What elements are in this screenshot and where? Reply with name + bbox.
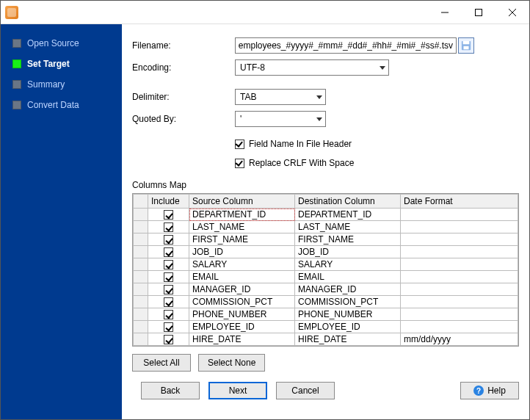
table-row[interactable]: FIRST_NAMEFIRST_NAME [134, 233, 518, 246]
col-header-date-format[interactable]: Date Format [401, 195, 518, 209]
source-column-cell[interactable]: DEPARTMENT_ID [189, 209, 295, 221]
include-cell[interactable] [148, 308, 189, 321]
date-format-cell[interactable] [401, 209, 518, 221]
browse-button[interactable] [458, 37, 474, 54]
table-row[interactable]: HIRE_DATEHIRE_DATEmm/dd/yyyy [134, 333, 518, 346]
source-column-cell[interactable]: LAST_NAME [189, 221, 295, 233]
include-cell[interactable] [148, 233, 189, 246]
source-column-cell[interactable]: JOB_ID [189, 246, 295, 258]
include-checkbox[interactable] [164, 260, 173, 269]
destination-column-cell[interactable]: LAST_NAME [295, 221, 401, 233]
include-checkbox[interactable] [164, 235, 173, 245]
sidebar-item-open-source[interactable]: Open Source [1, 33, 122, 54]
row-header[interactable] [134, 321, 148, 333]
destination-column-cell[interactable]: PHONE_NUMBER [295, 308, 401, 321]
source-column-cell[interactable]: MANAGER_ID [189, 283, 295, 296]
date-format-cell[interactable] [401, 283, 518, 296]
encoding-select[interactable]: UTF-8 [235, 59, 389, 76]
date-format-cell[interactable] [401, 271, 518, 283]
include-checkbox[interactable] [164, 285, 173, 294]
include-cell[interactable] [148, 271, 189, 283]
row-header[interactable] [134, 296, 148, 308]
include-checkbox[interactable] [164, 210, 173, 220]
include-cell[interactable] [148, 321, 189, 333]
sidebar-item-set-target[interactable]: Set Target [1, 54, 122, 74]
table-row[interactable]: SALARYSALARY [134, 258, 518, 271]
row-header[interactable] [134, 333, 148, 346]
table-row[interactable]: LAST_NAMELAST_NAME [134, 221, 518, 233]
source-column-cell[interactable]: EMPLOYEE_ID [189, 321, 295, 333]
date-format-cell[interactable]: mm/dd/yyyy [401, 333, 518, 346]
destination-column-cell[interactable]: EMPLOYEE_ID [295, 321, 401, 333]
row-header[interactable] [134, 258, 148, 271]
source-column-cell[interactable]: FIRST_NAME [189, 233, 295, 246]
include-cell[interactable] [148, 333, 189, 346]
include-checkbox[interactable] [164, 272, 173, 282]
row-header[interactable] [134, 308, 148, 321]
include-checkbox[interactable] [164, 297, 173, 307]
destination-column-cell[interactable]: COMMISSION_PCT [295, 296, 401, 308]
date-format-cell[interactable] [401, 296, 518, 308]
filename-input[interactable] [235, 37, 457, 54]
delimiter-select[interactable]: TAB [235, 89, 326, 105]
include-cell[interactable] [148, 296, 189, 308]
row-header[interactable] [134, 271, 148, 283]
close-button[interactable] [495, 1, 529, 23]
table-row[interactable]: JOB_IDJOB_ID [134, 246, 518, 258]
date-format-cell[interactable] [401, 321, 518, 333]
include-checkbox[interactable] [164, 335, 173, 344]
back-button[interactable]: Back [141, 382, 200, 399]
include-checkbox[interactable] [164, 310, 173, 319]
sidebar-item-convert-data[interactable]: Convert Data [1, 95, 122, 115]
source-column-cell[interactable]: PHONE_NUMBER [189, 308, 295, 321]
col-header-include[interactable]: Include [148, 195, 189, 209]
date-format-cell[interactable] [401, 221, 518, 233]
row-header[interactable] [134, 233, 148, 246]
table-row[interactable]: EMAILEMAIL [134, 271, 518, 283]
select-none-button[interactable]: Select None [198, 354, 265, 372]
include-cell[interactable] [148, 258, 189, 271]
select-all-button[interactable]: Select All [132, 354, 191, 372]
destination-column-cell[interactable]: SALARY [295, 258, 401, 271]
col-header-source[interactable]: Source Column [189, 195, 295, 209]
destination-column-cell[interactable]: HIRE_DATE [295, 333, 401, 346]
table-row[interactable]: MANAGER_IDMANAGER_ID [134, 283, 518, 296]
include-cell[interactable] [148, 209, 189, 221]
table-row[interactable]: DEPARTMENT_IDDEPARTMENT_ID [134, 209, 518, 221]
include-checkbox[interactable] [164, 322, 173, 332]
next-button[interactable]: Next [208, 382, 267, 399]
source-column-cell[interactable]: HIRE_DATE [189, 333, 295, 346]
date-format-cell[interactable] [401, 308, 518, 321]
row-header[interactable] [134, 283, 148, 296]
row-header[interactable] [134, 246, 148, 258]
col-header-destination[interactable]: Destination Column [295, 195, 401, 209]
maximize-button[interactable] [462, 1, 495, 23]
quoted-by-select[interactable]: ' [235, 111, 326, 127]
source-column-cell[interactable]: SALARY [189, 258, 295, 271]
destination-column-cell[interactable]: MANAGER_ID [295, 283, 401, 296]
field-name-header-checkbox[interactable] [235, 140, 244, 149]
sidebar-item-summary[interactable]: Summary [1, 74, 122, 95]
include-cell[interactable] [148, 283, 189, 296]
destination-column-cell[interactable]: EMAIL [295, 271, 401, 283]
include-checkbox[interactable] [164, 247, 173, 257]
replace-crlf-checkbox[interactable] [235, 159, 244, 168]
table-row[interactable]: COMMISSION_PCTCOMMISSION_PCT [134, 296, 518, 308]
source-column-cell[interactable]: COMMISSION_PCT [189, 296, 295, 308]
date-format-cell[interactable] [401, 258, 518, 271]
minimize-button[interactable] [428, 1, 462, 23]
date-format-cell[interactable] [401, 233, 518, 246]
help-button[interactable]: ? Help [460, 382, 519, 399]
cancel-button[interactable]: Cancel [276, 382, 335, 399]
row-header[interactable] [134, 221, 148, 233]
include-checkbox[interactable] [164, 222, 173, 232]
table-row[interactable]: EMPLOYEE_IDEMPLOYEE_ID [134, 321, 518, 333]
source-column-cell[interactable]: EMAIL [189, 271, 295, 283]
destination-column-cell[interactable]: JOB_ID [295, 246, 401, 258]
include-cell[interactable] [148, 246, 189, 258]
row-header[interactable] [134, 209, 148, 221]
table-row[interactable]: PHONE_NUMBERPHONE_NUMBER [134, 308, 518, 321]
date-format-cell[interactable] [401, 246, 518, 258]
include-cell[interactable] [148, 221, 189, 233]
destination-column-cell[interactable]: DEPARTMENT_ID [295, 209, 401, 221]
